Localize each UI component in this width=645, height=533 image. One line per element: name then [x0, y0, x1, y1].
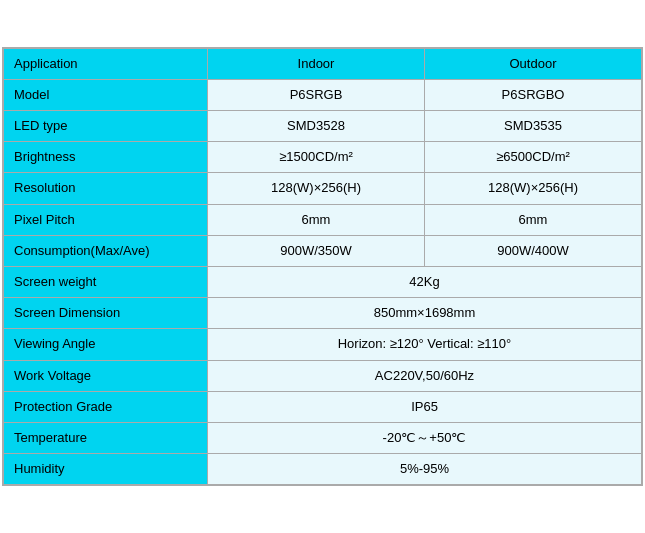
- row-label: Resolution: [4, 173, 208, 204]
- row-data-span: AC220V,50/60Hz: [208, 360, 642, 391]
- row-label: Model: [4, 79, 208, 110]
- row-data-span: 5%-95%: [208, 454, 642, 485]
- row-label: Humidity: [4, 454, 208, 485]
- row-col1: ≥1500CD/m²: [208, 142, 425, 173]
- header-label: Application: [4, 48, 208, 79]
- row-data-span: 42Kg: [208, 267, 642, 298]
- table-row: Brightness≥1500CD/m²≥6500CD/m²: [4, 142, 642, 173]
- spec-table: Application Indoor Outdoor ModelP6SRGBP6…: [3, 48, 642, 486]
- row-data-span: Horizon: ≥120° Vertical: ≥110°: [208, 329, 642, 360]
- row-label: Pixel Pitch: [4, 204, 208, 235]
- header-col2: Outdoor: [425, 48, 642, 79]
- row-label: Protection Grade: [4, 391, 208, 422]
- row-data-span: 850mm×1698mm: [208, 298, 642, 329]
- table-row: Consumption(Max/Ave)900W/350W900W/400W: [4, 235, 642, 266]
- row-col1: 6mm: [208, 204, 425, 235]
- table-row: Screen Dimension850mm×1698mm: [4, 298, 642, 329]
- row-label: Consumption(Max/Ave): [4, 235, 208, 266]
- row-col1: P6SRGB: [208, 79, 425, 110]
- row-col2: 128(W)×256(H): [425, 173, 642, 204]
- table-row: Viewing AngleHorizon: ≥120° Vertical: ≥1…: [4, 329, 642, 360]
- row-col2: ≥6500CD/m²: [425, 142, 642, 173]
- row-label: Temperature: [4, 422, 208, 453]
- row-data-span: -20℃～+50℃: [208, 422, 642, 453]
- table-row: Screen weight42Kg: [4, 267, 642, 298]
- row-label: Screen weight: [4, 267, 208, 298]
- row-col2: SMD3535: [425, 111, 642, 142]
- table-row: Temperature-20℃～+50℃: [4, 422, 642, 453]
- row-label: Work Voltage: [4, 360, 208, 391]
- row-label: Screen Dimension: [4, 298, 208, 329]
- table-row: Protection GradeIP65: [4, 391, 642, 422]
- table-row: Humidity5%-95%: [4, 454, 642, 485]
- row-label: LED type: [4, 111, 208, 142]
- row-col2: P6SRGBO: [425, 79, 642, 110]
- row-col2: 900W/400W: [425, 235, 642, 266]
- spec-table-wrapper: Application Indoor Outdoor ModelP6SRGBP6…: [2, 47, 643, 487]
- row-label: Viewing Angle: [4, 329, 208, 360]
- header-col1: Indoor: [208, 48, 425, 79]
- table-row: LED typeSMD3528SMD3535: [4, 111, 642, 142]
- table-row: ModelP6SRGBP6SRGBO: [4, 79, 642, 110]
- row-col2: 6mm: [425, 204, 642, 235]
- row-col1: SMD3528: [208, 111, 425, 142]
- table-row: Work VoltageAC220V,50/60Hz: [4, 360, 642, 391]
- table-row: Pixel Pitch6mm6mm: [4, 204, 642, 235]
- row-label: Brightness: [4, 142, 208, 173]
- table-row: Resolution128(W)×256(H)128(W)×256(H): [4, 173, 642, 204]
- header-row: Application Indoor Outdoor: [4, 48, 642, 79]
- row-data-span: IP65: [208, 391, 642, 422]
- row-col1: 128(W)×256(H): [208, 173, 425, 204]
- row-col1: 900W/350W: [208, 235, 425, 266]
